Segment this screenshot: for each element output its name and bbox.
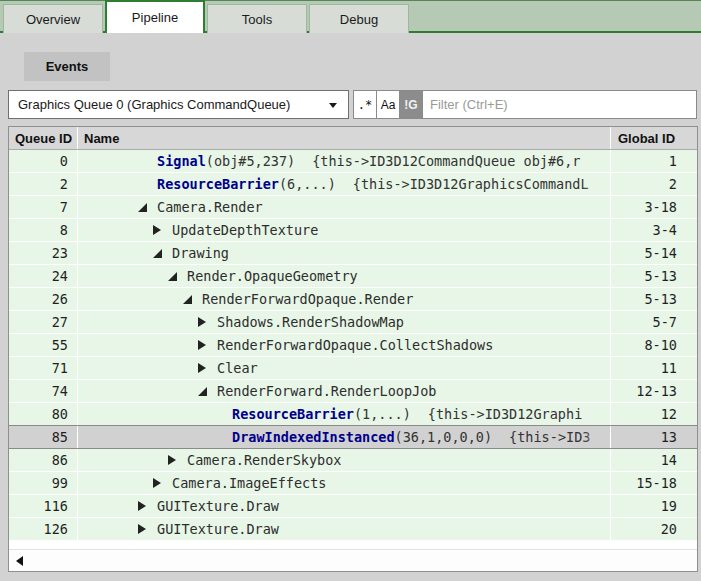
event-row[interactable]: 27Shadows.RenderShadowMap5-7 <box>9 311 697 334</box>
global-id-cell: 19 <box>611 495 689 517</box>
event-row[interactable]: 26RenderForwardOpaque.Render5-13 <box>9 288 697 311</box>
queue-select-dropdown[interactable]: Graphics Queue 0 (Graphics CommandQueue) <box>8 90 349 119</box>
event-row[interactable]: 86Camera.RenderSkybox14 <box>9 449 697 472</box>
event-row[interactable]: 116GUITexture.Draw19 <box>9 495 697 518</box>
tab-label: Debug <box>340 12 378 27</box>
queue-id-cell: 24 <box>9 265 78 287</box>
name-cell: DrawIndexedInstanced(36,1,0,0,0){this->I… <box>78 426 611 448</box>
name-cell: Shadows.RenderShadowMap <box>78 311 611 333</box>
row-gutter <box>689 150 697 172</box>
collapse-arrow-icon[interactable] <box>138 501 146 511</box>
event-tree: Queue ID Name Global ID 0Signal(obj#5,23… <box>8 126 698 572</box>
queue-id-cell: 99 <box>9 472 78 494</box>
global-id-cell: 12 <box>611 403 689 425</box>
tab-label: Overview <box>26 12 80 27</box>
column-header-queue-id[interactable]: Queue ID <box>9 127 78 149</box>
tab-tools[interactable]: Tools <box>207 4 307 33</box>
queue-id-cell: 0 <box>9 150 78 172</box>
events-dock-tab[interactable]: Events <box>24 52 110 81</box>
chevron-down-icon <box>329 103 337 108</box>
row-gutter <box>689 288 697 310</box>
regex-toggle-button[interactable]: .* <box>353 90 376 119</box>
collapse-arrow-icon[interactable] <box>198 340 206 350</box>
global-id-cell: 5-14 <box>611 242 689 264</box>
queue-id-cell: 2 <box>9 173 78 195</box>
event-row[interactable]: 8UpdateDepthTexture3-4 <box>9 219 697 242</box>
tab-overview[interactable]: Overview <box>3 4 103 33</box>
app-window: OverviewPipelineToolsDebug Events Graphi… <box>0 0 701 581</box>
api-call-name: ResourceBarrier <box>157 176 279 192</box>
event-row[interactable]: 126GUITexture.Draw20 <box>9 518 697 541</box>
event-row[interactable]: 0Signal(obj#5,237){this->ID3D12CommandQu… <box>9 150 697 173</box>
column-header-name[interactable]: Name <box>78 127 611 149</box>
expand-arrow-icon[interactable] <box>198 387 207 396</box>
filter-toolbar: .* Aa !G <box>353 90 697 119</box>
name-cell: Render.OpaqueGeometry <box>78 265 611 287</box>
row-gutter <box>689 219 697 241</box>
marker-label: UpdateDepthTexture <box>172 222 318 238</box>
row-gutter <box>689 449 697 471</box>
event-row[interactable]: 2ResourceBarrier(6,...){this->ID3D12Grap… <box>9 173 697 196</box>
global-id-cell: 12-13 <box>611 380 689 402</box>
global-id-cell: 2 <box>611 173 689 195</box>
event-row[interactable]: 23Drawing5-14 <box>9 242 697 265</box>
collapse-arrow-icon[interactable] <box>198 363 206 373</box>
event-row[interactable]: 71Clear11 <box>9 357 697 380</box>
event-row[interactable]: 99Camera.ImageEffects15-18 <box>9 472 697 495</box>
marker-label: Camera.RenderSkybox <box>187 452 341 468</box>
tab-debug[interactable]: Debug <box>309 4 409 33</box>
global-id-cell: 5-13 <box>611 265 689 287</box>
row-gutter <box>689 472 697 494</box>
name-cell: RenderForwardOpaque.CollectShadows <box>78 334 611 356</box>
global-id-cell: 5-7 <box>611 311 689 333</box>
expand-arrow-icon[interactable] <box>153 249 162 258</box>
header-gutter <box>689 127 697 149</box>
global-id-cell: 5-13 <box>611 288 689 310</box>
row-gutter <box>689 173 697 195</box>
event-row[interactable]: 80ResourceBarrier(1,...){this->ID3D12Gra… <box>9 403 697 426</box>
events-panel: Events Graphics Queue 0 (Graphics Comman… <box>0 47 701 581</box>
api-call-params: (6,...) <box>279 176 336 192</box>
scroll-left-arrow-icon[interactable] <box>16 556 23 566</box>
queue-id-cell: 80 <box>9 403 78 425</box>
global-id-cell: 11 <box>611 357 689 379</box>
api-call-detail: {this->ID3D12Graphi <box>428 406 582 422</box>
global-id-cell: 1 <box>611 150 689 172</box>
literal-toggle-button[interactable]: !G <box>399 90 422 119</box>
queue-id-cell: 27 <box>9 311 78 333</box>
event-row[interactable]: 24Render.OpaqueGeometry5-13 <box>9 265 697 288</box>
horizontal-scrollbar[interactable] <box>9 549 697 571</box>
name-cell: GUITexture.Draw <box>78 518 611 540</box>
collapse-arrow-icon[interactable] <box>153 478 161 488</box>
marker-label: Camera.ImageEffects <box>172 475 326 491</box>
event-row[interactable]: 85DrawIndexedInstanced(36,1,0,0,0){this-… <box>9 425 697 449</box>
tab-label: Pipeline <box>132 10 178 25</box>
tabbar-lower-band <box>0 34 701 47</box>
case-sensitive-toggle-button[interactable]: Aa <box>376 90 399 119</box>
collapse-arrow-icon[interactable] <box>198 317 206 327</box>
queue-id-cell: 85 <box>9 426 78 448</box>
collapse-arrow-icon[interactable] <box>138 524 146 534</box>
global-id-cell: 15-18 <box>611 472 689 494</box>
collapse-arrow-icon[interactable] <box>168 455 176 465</box>
event-row[interactable]: 7Camera.Render3-18 <box>9 196 697 219</box>
global-id-cell: 3-4 <box>611 219 689 241</box>
api-call-params: (obj#5,237) <box>206 153 295 169</box>
api-call-params: (36,1,0,0,0) <box>395 429 493 445</box>
row-gutter <box>689 426 697 448</box>
event-row[interactable]: 55RenderForwardOpaque.CollectShadows8-10 <box>9 334 697 357</box>
marker-label: Render.OpaqueGeometry <box>187 268 358 284</box>
tab-pipeline[interactable]: Pipeline <box>105 0 205 33</box>
api-call-name: ResourceBarrier <box>232 406 354 422</box>
filter-input[interactable] <box>422 90 697 119</box>
table-header: Queue ID Name Global ID <box>9 127 697 150</box>
expand-arrow-icon[interactable] <box>138 203 147 212</box>
event-row[interactable]: 74RenderForward.RenderLoopJob12-13 <box>9 380 697 403</box>
expand-arrow-icon[interactable] <box>183 295 192 304</box>
marker-label: GUITexture.Draw <box>157 498 279 514</box>
collapse-arrow-icon[interactable] <box>153 225 161 235</box>
queue-id-cell: 86 <box>9 449 78 471</box>
expand-arrow-icon[interactable] <box>168 272 177 281</box>
marker-label: RenderForwardOpaque.CollectShadows <box>217 337 493 353</box>
column-header-global-id[interactable]: Global ID <box>611 127 689 149</box>
